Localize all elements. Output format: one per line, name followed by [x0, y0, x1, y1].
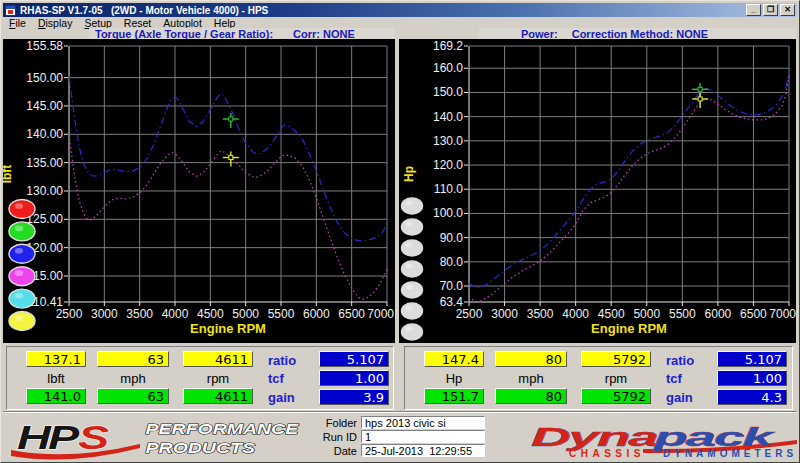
svg-text:100.0: 100.0	[433, 206, 463, 220]
svg-text:4000: 4000	[162, 307, 189, 321]
folder-field[interactable]: hps 2013 civic si	[361, 416, 485, 429]
svg-text:3000: 3000	[91, 307, 118, 321]
ratio-label: ratio	[268, 353, 296, 368]
svg-text:155.58: 155.58	[26, 39, 63, 53]
svg-text:5000: 5000	[633, 307, 660, 321]
torque-cursor-rpm: 4611	[183, 351, 253, 367]
svg-text:4500: 4500	[197, 307, 224, 321]
side-button[interactable]	[402, 324, 423, 340]
svg-text:6000: 6000	[303, 307, 330, 321]
svg-text:5000: 5000	[232, 307, 259, 321]
power-corr-label: Correction Method: NONE	[572, 28, 708, 40]
svg-text:3000: 3000	[491, 307, 518, 321]
dynapack-logo: DynapackCHASSISDYNAMOMETERS	[531, 413, 800, 462]
svg-text:130.00: 130.00	[26, 184, 63, 198]
torque-tcf-value: 1.00	[319, 370, 389, 386]
svg-text:120.0: 120.0	[433, 158, 463, 172]
svg-text:Hp: Hp	[402, 166, 416, 182]
torque-chart-plot[interactable]: 155.58150.00145.00140.00135.00130.00125.…	[3, 39, 395, 343]
side-button[interactable]	[402, 219, 423, 235]
svg-text:5500: 5500	[669, 307, 696, 321]
power-readout-panel: 147.4 80 5792 Hp mph rpm 151.7 80 5792 r…	[404, 346, 793, 410]
svg-text:169.2: 169.2	[433, 39, 463, 53]
power-green-mph: 80	[495, 388, 567, 404]
svg-text:CHASSIS: CHASSIS	[569, 448, 645, 459]
power-green-rpm: 5792	[581, 388, 651, 404]
torque-chart-header: Torque (Axle Torque / Gear Ratio): Corr:…	[3, 28, 395, 39]
menu-bar: FileDisplaySetupResetAutoplotHelp	[3, 17, 241, 28]
title-bar: RHAS-SP V1.7-05 (2WD - Motor Vehicle 400…	[3, 3, 797, 17]
torque-mph-label: mph	[97, 371, 169, 386]
close-button[interactable]: ✕	[780, 4, 795, 16]
power-mph-label: mph	[495, 371, 567, 386]
svg-text:4500: 4500	[598, 307, 625, 321]
torque-green-rpm: 4611	[183, 388, 253, 404]
torque-readout-panel: 137.1 63 4611 lbft mph rpm 141.0 63 4611…	[6, 346, 394, 410]
svg-text:90.0: 90.0	[440, 231, 464, 245]
window-title: RHAS-SP V1.7-05 (2WD - Motor Vehicle 400…	[20, 5, 268, 16]
torque-green-mph: 63	[97, 388, 169, 404]
svg-text:HP: HP	[17, 420, 80, 456]
run-id-field[interactable]: 1	[361, 430, 485, 443]
svg-text:3500: 3500	[126, 307, 153, 321]
side-button[interactable]	[402, 261, 423, 277]
svg-text:70.0: 70.0	[440, 279, 464, 293]
side-button[interactable]	[9, 312, 35, 331]
torque-green-value: 141.0	[26, 388, 86, 404]
svg-text:130.0: 130.0	[433, 134, 463, 148]
side-button[interactable]	[9, 244, 35, 263]
svg-text:lbft: lbft	[3, 165, 14, 184]
power-cursor-value: 147.4	[424, 351, 484, 367]
svg-text:140.00: 140.00	[26, 127, 63, 141]
svg-text:PERFORMANCE: PERFORMANCE	[146, 420, 300, 437]
svg-text:DYNAMOMETERS: DYNAMOMETERS	[663, 448, 797, 459]
side-button[interactable]	[9, 222, 35, 241]
gain-label: gain	[268, 390, 295, 405]
power-cursor-mph: 80	[495, 351, 567, 367]
svg-text:150.00: 150.00	[26, 71, 63, 85]
side-button[interactable]	[9, 200, 35, 219]
minimize-button[interactable]: _	[746, 4, 761, 16]
app-window: RHAS-SP V1.7-05 (2WD - Motor Vehicle 400…	[0, 0, 800, 463]
power-chart-panel: Power: Correction Method: NONE 169.2160.…	[399, 28, 796, 343]
svg-text:80.0: 80.0	[440, 255, 464, 269]
power-rpm-label: rpm	[581, 371, 651, 386]
svg-text:PRODUCTS: PRODUCTS	[146, 439, 256, 456]
svg-text:110.0: 110.0	[434, 182, 463, 196]
svg-text:140.0: 140.0	[433, 110, 463, 124]
side-button[interactable]	[402, 198, 423, 214]
svg-text:5500: 5500	[268, 307, 295, 321]
date-field[interactable]: 25-Jul-2013 12:29:55	[361, 444, 485, 457]
power-chart-plot[interactable]: 169.2160.0150.0140.0130.0120.0110.0100.0…	[399, 39, 796, 343]
svg-text:4000: 4000	[562, 307, 589, 321]
power-unit-label: Hp	[424, 371, 484, 386]
svg-text:2500: 2500	[456, 307, 483, 321]
menu-display[interactable]: Display	[32, 17, 78, 29]
torque-ratio-value: 5.107	[319, 351, 389, 367]
power-chart-header: Power: Correction Method: NONE	[399, 28, 796, 39]
svg-text:Engine RPM: Engine RPM	[190, 321, 266, 336]
power-ratio-value: 5.107	[717, 351, 787, 367]
restore-button[interactable]: ❐	[763, 4, 778, 16]
side-button[interactable]	[402, 240, 423, 256]
svg-text:150.0: 150.0	[433, 85, 463, 99]
side-button[interactable]	[402, 303, 423, 319]
torque-chart-title: Torque (Axle Torque / Gear Ratio):	[95, 28, 273, 40]
svg-text:6500: 6500	[740, 307, 767, 321]
hps-logo: HPS	[7, 420, 145, 462]
side-button[interactable]	[402, 282, 423, 298]
side-button[interactable]	[9, 267, 35, 286]
gain-label: gain	[666, 390, 693, 405]
footer-bar: HPS PERFORMANCEPRODUCTS Folder hps 2013 …	[3, 411, 797, 461]
svg-text:135.00: 135.00	[26, 156, 63, 170]
svg-text:160.0: 160.0	[433, 61, 463, 75]
side-button[interactable]	[9, 289, 35, 308]
torque-corr-label: Corr: NONE	[293, 28, 355, 40]
power-green-value: 151.7	[424, 388, 484, 404]
svg-text:7000: 7000	[367, 307, 394, 321]
power-cursor-rpm: 5792	[581, 351, 651, 367]
tcf-label: tcf	[666, 371, 682, 386]
menu-file[interactable]: File	[3, 17, 32, 29]
torque-cursor-mph: 63	[97, 351, 169, 367]
folder-label: Folder	[319, 417, 357, 429]
